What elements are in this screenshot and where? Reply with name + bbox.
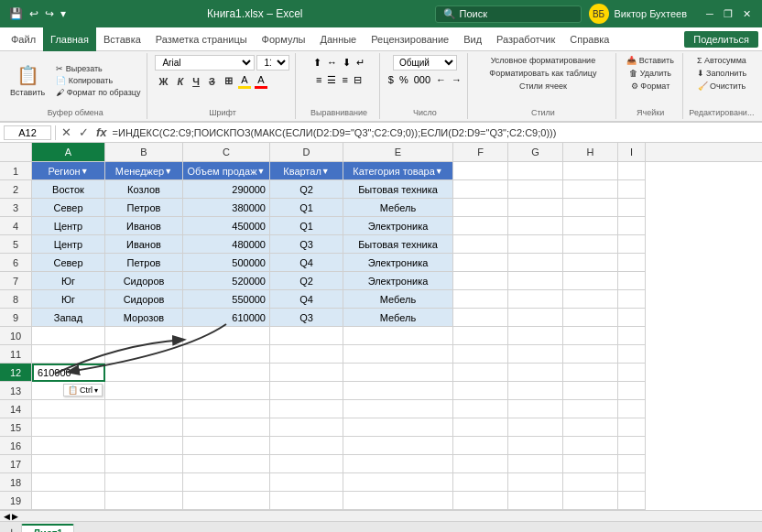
col-header-E[interactable]: E (343, 143, 453, 161)
cell-E11[interactable] (343, 345, 453, 364)
cell-G16[interactable] (508, 437, 563, 455)
cell-E7[interactable]: Электроника (343, 272, 453, 290)
tab-view[interactable]: Вид (456, 27, 489, 51)
cell-H14[interactable] (563, 400, 618, 418)
cell-F8[interactable] (453, 290, 508, 309)
border-button[interactable]: ⊞ (221, 73, 236, 89)
cell-A15[interactable] (32, 418, 105, 437)
autosum-button[interactable]: Σ Автосумма (693, 55, 750, 66)
cell-styles-button[interactable]: Стили ячеек (516, 81, 571, 92)
cell-E4[interactable]: Электроника (343, 217, 453, 235)
cell-A12-active[interactable]: 610000 (32, 364, 105, 382)
currency-button[interactable]: $ (386, 72, 396, 87)
cell-H8[interactable] (563, 290, 618, 309)
cell-I9[interactable] (618, 309, 646, 327)
cell-B17[interactable] (105, 455, 183, 473)
cell-D2[interactable]: Q2 (270, 180, 343, 199)
delete-cells-button[interactable]: 🗑 Удалить (626, 68, 675, 79)
conditional-format-button[interactable]: Условное форматирование (487, 55, 600, 66)
cell-B18[interactable] (105, 473, 183, 492)
cut-button[interactable]: ✂ Вырезать (52, 63, 144, 74)
cell-E5[interactable]: Бытовая техника (343, 235, 453, 254)
cell-A17[interactable] (32, 455, 105, 473)
cell-G6[interactable] (508, 254, 563, 272)
cell-B12[interactable] (105, 364, 183, 382)
cell-C10[interactable] (183, 327, 270, 345)
cell-G5[interactable] (508, 235, 563, 254)
tab-insert[interactable]: Вставка (96, 27, 148, 51)
cell-F18[interactable] (453, 473, 508, 492)
cell-C2[interactable]: 290000 (183, 180, 270, 199)
col-header-I[interactable]: I (618, 143, 646, 161)
wrap-text-button[interactable]: ↵ (354, 55, 366, 71)
bold-button[interactable]: Ж (155, 74, 171, 89)
cell-A7[interactable]: Юг (32, 272, 105, 290)
cell-H17[interactable] (563, 455, 618, 473)
cell-D4[interactable]: Q1 (270, 217, 343, 235)
cell-H5[interactable] (563, 235, 618, 254)
format-cells-button[interactable]: ⚙ Формат (627, 81, 674, 92)
cell-B16[interactable] (105, 437, 183, 455)
cell-E10[interactable] (343, 327, 453, 345)
cell-C11[interactable] (183, 345, 270, 364)
copy-button[interactable]: 📄 Копировать (52, 75, 144, 86)
font-size-select[interactable]: 11 (256, 55, 289, 71)
col-header-G[interactable]: G (508, 143, 563, 161)
cell-G18[interactable] (508, 473, 563, 492)
cell-I2[interactable] (618, 180, 646, 199)
tab-data[interactable]: Данные (312, 27, 364, 51)
cell-F15[interactable] (453, 418, 508, 437)
cancel-formula-button[interactable]: ✕ (60, 125, 73, 139)
search-box[interactable]: 🔍 Поиск (435, 5, 582, 23)
col-header-D[interactable]: D (270, 143, 343, 161)
cell-E2[interactable]: Бытовая техника (343, 180, 453, 199)
cell-H15[interactable] (563, 418, 618, 437)
align-left-button[interactable]: ≡ (314, 72, 323, 88)
cell-G13[interactable] (508, 382, 563, 400)
cell-E3[interactable]: Мебель (343, 199, 453, 217)
cell-I11[interactable] (618, 345, 646, 364)
cell-E16[interactable] (343, 437, 453, 455)
cell-C15[interactable] (183, 418, 270, 437)
cell-G11[interactable] (508, 345, 563, 364)
cell-C3[interactable]: 380000 (183, 199, 270, 217)
cell-D12[interactable] (270, 364, 343, 382)
cell-F3[interactable] (453, 199, 508, 217)
cell-A1[interactable]: Регион ▼ (32, 162, 105, 180)
cell-E15[interactable] (343, 418, 453, 437)
cell-F12[interactable] (453, 364, 508, 382)
tab-formulas[interactable]: Формулы (255, 27, 313, 51)
cell-H7[interactable] (563, 272, 618, 290)
cell-B6[interactable]: Петров (105, 254, 183, 272)
scroll-right-button[interactable]: ▶ (12, 512, 18, 521)
cell-F10[interactable] (453, 327, 508, 345)
cell-A10[interactable] (32, 327, 105, 345)
cell-H11[interactable] (563, 345, 618, 364)
cell-B9[interactable]: Морозов (105, 309, 183, 327)
quick-access-toolbar[interactable]: 💾 ↩ ↪ ▾ (7, 6, 68, 21)
tab-developer[interactable]: Разработчик (489, 27, 562, 51)
cell-D1[interactable]: Квартал ▼ (270, 162, 343, 180)
cell-H16[interactable] (563, 437, 618, 455)
cell-H19[interactable] (563, 492, 618, 510)
scroll-left-button[interactable]: ◀ (4, 512, 10, 521)
cell-D6[interactable]: Q4 (270, 254, 343, 272)
cell-G2[interactable] (508, 180, 563, 199)
cell-H4[interactable] (563, 217, 618, 235)
cell-D11[interactable] (270, 345, 343, 364)
cell-G19[interactable] (508, 492, 563, 510)
cell-B2[interactable]: Козлов (105, 180, 183, 199)
cell-I15[interactable] (618, 418, 646, 437)
cell-C6[interactable]: 500000 (183, 254, 270, 272)
cell-H12[interactable] (563, 364, 618, 382)
cell-C19[interactable] (183, 492, 270, 510)
cell-H1[interactable] (563, 162, 618, 180)
cell-A5[interactable]: Центр (32, 235, 105, 254)
cell-F19[interactable] (453, 492, 508, 510)
tab-review[interactable]: Рецензирование (364, 27, 456, 51)
tab-page-layout[interactable]: Разметка страницы (148, 27, 255, 51)
cell-F7[interactable] (453, 272, 508, 290)
cell-I6[interactable] (618, 254, 646, 272)
cell-C18[interactable] (183, 473, 270, 492)
cell-E13[interactable] (343, 382, 453, 400)
